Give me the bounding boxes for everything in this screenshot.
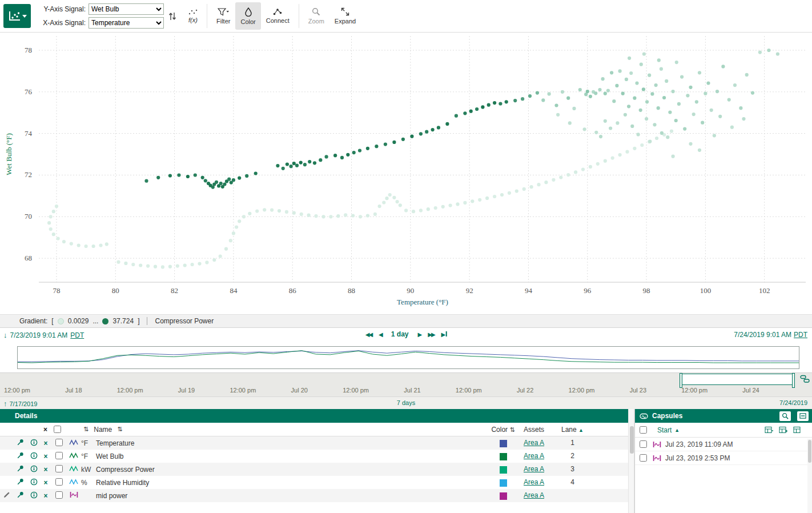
range-start-arrow-icon: ↑ <box>3 399 7 408</box>
step-back-icon[interactable]: ◀ <box>379 331 382 338</box>
color-swatch[interactable] <box>500 440 507 447</box>
swap-axes-icon <box>168 11 176 21</box>
pin-icon[interactable] <box>14 465 27 474</box>
timezone-link[interactable]: PDT <box>70 331 84 339</box>
remove-icon[interactable]: × <box>40 466 51 474</box>
pin-icon[interactable] <box>14 491 27 500</box>
sort-color-icon[interactable]: ⇅ <box>509 426 514 433</box>
scrollbar-thumb[interactable] <box>808 440 811 463</box>
capsules-search-button[interactable] <box>779 411 791 421</box>
assets-column-header[interactable]: Assets <box>524 426 557 434</box>
capsule-checkbox[interactable] <box>640 454 647 462</box>
color-swatch[interactable] <box>500 466 507 474</box>
row-checkbox[interactable] <box>55 491 63 499</box>
asset-link[interactable]: Area A <box>524 439 544 447</box>
table-row[interactable]: ×°FTemperatureArea A1 <box>0 436 628 450</box>
remove-icon[interactable]: × <box>40 479 51 487</box>
info-icon[interactable] <box>27 491 40 500</box>
remove-icon[interactable]: × <box>40 452 51 460</box>
info-icon[interactable] <box>27 478 40 487</box>
fx-button[interactable]: f(x) <box>183 2 203 30</box>
capsule-checkbox[interactable] <box>640 440 647 448</box>
remove-icon[interactable]: × <box>40 492 51 500</box>
add-property-column-icon[interactable] <box>793 426 802 434</box>
add-stat-column-icon[interactable] <box>779 426 787 434</box>
asset-link[interactable]: Area A <box>524 491 544 499</box>
step-forward-icon[interactable]: ▶ <box>417 331 421 338</box>
svg-text:100: 100 <box>700 286 711 295</box>
row-checkbox[interactable] <box>55 478 63 486</box>
capsule-row[interactable]: Jul 23, 2019 11:09 AM <box>635 438 812 451</box>
selection-right-handle[interactable] <box>792 373 795 388</box>
table-row[interactable]: ×kWCompressor PowerArea A3 <box>0 463 628 476</box>
color-swatch[interactable] <box>500 492 507 500</box>
capsule-lane-icon[interactable] <box>800 375 810 385</box>
color-swatch[interactable] <box>500 453 507 460</box>
display-range-end[interactable]: 7/24/2019 9:01 AM <box>734 331 791 339</box>
sort-type-icon[interactable]: ⇅ <box>83 426 89 433</box>
info-icon[interactable] <box>27 452 40 461</box>
capsules-scrollbar[interactable] <box>807 439 812 513</box>
info-icon[interactable] <box>27 465 40 474</box>
capsule-start: Jul 23, 2019 11:09 AM <box>665 440 733 448</box>
row-checkbox[interactable] <box>55 452 63 459</box>
row-checkbox[interactable] <box>55 439 63 446</box>
remove-all-icon[interactable]: × <box>43 426 47 434</box>
svg-text:90: 90 <box>407 286 414 295</box>
investigate-range-end[interactable]: 7/24/2019 <box>779 399 807 406</box>
y-axis-signal-select[interactable]: Wet Bulb <box>89 3 164 15</box>
table-row[interactable]: ×°FWet BulbArea A2 <box>0 450 628 463</box>
row-checkbox[interactable] <box>55 465 63 472</box>
sort-name-icon[interactable]: ⇅ <box>117 426 122 433</box>
color-swatch[interactable] <box>500 479 507 487</box>
overview-box[interactable] <box>17 346 799 369</box>
color-button[interactable]: Color <box>235 2 260 30</box>
svg-text:102: 102 <box>759 286 770 295</box>
asset-link[interactable]: Area A <box>524 478 544 486</box>
asset-link[interactable]: Area A <box>524 452 544 460</box>
investigate-range-duration[interactable]: 7 days <box>397 399 415 406</box>
swap-axes-button[interactable] <box>167 10 178 22</box>
timezone-link[interactable]: PDT <box>794 331 807 339</box>
investigate-range-start[interactable]: 7/17/2019 <box>10 400 38 407</box>
time-selection[interactable] <box>681 374 794 385</box>
name-column-header[interactable]: Name <box>94 426 112 434</box>
info-icon[interactable] <box>27 439 40 448</box>
gradient-open-bracket: [ <box>51 317 53 325</box>
edit-icon[interactable] <box>0 491 14 500</box>
scrollbar-thumb[interactable] <box>630 426 634 454</box>
scatter-plot-area[interactable]: 6870727476787880828486889092949698100102… <box>0 33 812 314</box>
expand-button[interactable]: Expand <box>329 2 361 30</box>
pin-icon[interactable] <box>14 452 27 460</box>
lane-column-header[interactable]: Lane <box>561 426 577 434</box>
timeline-tick-label: Jul 18 <box>65 387 82 394</box>
lane-number: 2 <box>557 452 588 460</box>
asset-link[interactable]: Area A <box>524 465 544 473</box>
table-row[interactable]: ×mid powerArea A <box>0 489 628 502</box>
selection-left-handle[interactable] <box>680 373 682 388</box>
color-column-header[interactable]: Color <box>491 426 508 434</box>
select-all-checkbox[interactable] <box>54 426 61 433</box>
x-axis-signal-select[interactable]: Temperature <box>89 17 164 29</box>
scatter-plot-tool-button[interactable] <box>3 4 31 28</box>
remove-icon[interactable]: × <box>40 439 51 447</box>
step-back-large-icon[interactable]: ◀◀ <box>365 331 372 338</box>
duration-label[interactable]: 1 day <box>391 330 409 338</box>
details-scrollbar[interactable] <box>628 409 634 513</box>
pin-icon[interactable] <box>14 439 27 447</box>
capsule-row[interactable]: Jul 23, 2019 2:53 PM <box>635 451 812 465</box>
step-forward-large-icon[interactable]: ▶▶ <box>428 331 434 338</box>
filter-button[interactable]: Filter <box>211 2 235 30</box>
svg-text:80: 80 <box>112 286 119 295</box>
display-range-start[interactable]: 7/23/2019 9:01 AM <box>10 331 68 339</box>
pin-icon[interactable] <box>14 478 27 487</box>
start-column-header[interactable]: Start <box>657 426 672 434</box>
timeline-bar[interactable]: 12:00 pmJul 1812:00 pmJul 1912:00 pmJul … <box>0 372 812 396</box>
connect-button[interactable]: Connect <box>261 2 295 30</box>
table-row[interactable]: ×%Relative HumidityArea A4 <box>0 476 628 489</box>
step-to-end-icon[interactable]: ▶ <box>441 331 447 338</box>
capsules-select-all-checkbox[interactable] <box>640 426 647 434</box>
overview-chart <box>18 347 799 368</box>
capsules-collapse-button[interactable] <box>797 411 809 421</box>
add-column-icon[interactable] <box>765 426 773 434</box>
